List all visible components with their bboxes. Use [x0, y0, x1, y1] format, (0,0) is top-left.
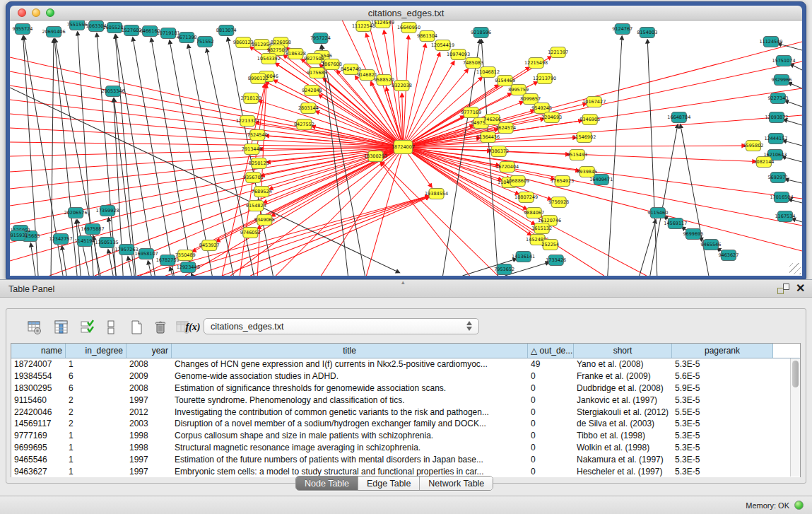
- graph-node[interactable]: 9154469: [495, 76, 515, 86]
- graph-node[interactable]: 9465546: [700, 240, 721, 250]
- graph-node[interactable]: 9227343: [767, 93, 788, 104]
- graph-node[interactable]: 14136141: [512, 252, 535, 262]
- column-header-5[interactable]: short: [574, 344, 672, 358]
- graph-node[interactable]: 18724007: [392, 141, 415, 154]
- graph-node[interactable]: 9115460: [647, 208, 668, 218]
- graph-node[interactable]: 9860123: [233, 37, 254, 48]
- graph-node[interactable]: 9329966: [771, 75, 792, 86]
- graph-node[interactable]: 7485083: [463, 58, 483, 69]
- splitter-grip-icon[interactable]: ▴: [401, 279, 405, 286]
- graph-node[interactable]: 2204693: [541, 112, 562, 123]
- column-chooser-icon[interactable]: [52, 318, 71, 337]
- graph-node[interactable]: 9242848: [302, 86, 322, 96]
- table-row[interactable]: 2242004622012Investigating the contribut…: [11, 406, 800, 418]
- column-header-4[interactable]: △ out_de...: [528, 344, 574, 358]
- table-row[interactable]: 911546021997Tourette syndrome. Phenomeno…: [11, 394, 800, 406]
- graph-node[interactable]: 16648784: [667, 112, 690, 123]
- graph-node[interactable]: 7913448: [242, 144, 262, 155]
- graph-node[interactable]: 4671398: [177, 33, 197, 43]
- graph-node[interactable]: 252254: [541, 240, 559, 250]
- graph-node[interactable]: 9154823: [246, 201, 266, 211]
- graph-node[interactable]: 2867608: [322, 59, 342, 70]
- graph-node[interactable]: 9175685: [307, 68, 327, 78]
- table-row[interactable]: 977716911998Corpus callosum shape and si…: [11, 430, 800, 442]
- table-row[interactable]: 1456911722003Disruption of a novel membe…: [11, 418, 800, 430]
- scrollbar-thumb[interactable]: [792, 361, 799, 387]
- graph-node[interactable]: 9355724: [13, 24, 33, 35]
- graph-node[interactable]: 1145194: [75, 236, 95, 247]
- graph-node[interactable]: 1167534: [775, 211, 795, 222]
- column-header-3[interactable]: title: [172, 344, 528, 358]
- column-header-2[interactable]: year: [126, 344, 172, 358]
- graph-node[interactable]: 7350489: [175, 250, 196, 261]
- graph-node[interactable]: 7953652: [494, 264, 514, 275]
- graph-node[interactable]: 20206576: [64, 208, 88, 218]
- graph-node[interactable]: 2803144: [298, 103, 319, 114]
- window-resize-grip[interactable]: [789, 263, 801, 274]
- graph-node[interactable]: 16720404: [495, 162, 519, 173]
- graph-node[interactable]: 8427552: [294, 119, 314, 130]
- table-row[interactable]: 1938455462009Genome-wide association stu…: [11, 370, 800, 382]
- graph-node[interactable]: 12923448: [177, 262, 200, 273]
- graph-node[interactable]: 746266: [483, 115, 501, 125]
- graph-node[interactable]: 12215498: [524, 58, 548, 69]
- graph-node[interactable]: 1595802: [743, 141, 763, 151]
- graph-node[interactable]: 7551556: [67, 21, 88, 30]
- graph-node[interactable]: 3915931: [10, 230, 28, 241]
- tab-edge-table[interactable]: Edge Table: [358, 477, 420, 490]
- table-row[interactable]: 1830029562008Estimation of significance …: [11, 382, 800, 395]
- graph-node[interactable]: 9884067: [524, 208, 544, 218]
- graph-node[interactable]: 12342757: [49, 234, 73, 245]
- graph-node[interactable]: 1733426: [546, 255, 566, 266]
- graph-node[interactable]: 16975887: [81, 224, 105, 235]
- new-table-icon[interactable]: [127, 318, 146, 337]
- table-row[interactable]: 946554611997Estimation of the future num…: [11, 453, 800, 465]
- graph-node[interactable]: 14569117: [664, 218, 687, 229]
- graph-node[interactable]: 20691406: [42, 27, 66, 37]
- graph-node[interactable]: 9515493: [567, 150, 587, 160]
- graph-node[interactable]: 17654923: [551, 176, 574, 187]
- column-header-1[interactable]: in_degree: [66, 344, 126, 358]
- graph-node[interactable]: 5692971: [767, 173, 788, 183]
- graph-node[interactable]: 9124767: [612, 24, 632, 35]
- graph-node[interactable]: 8990122: [248, 74, 269, 84]
- graph-node[interactable]: 8346905: [579, 115, 600, 125]
- graph-node[interactable]: 11124549: [759, 37, 782, 47]
- float-panel-icon[interactable]: [777, 284, 789, 294]
- row-height-icon[interactable]: [102, 318, 120, 337]
- graph-node[interactable]: 1221397: [548, 47, 568, 58]
- tab-network-table[interactable]: Network Table: [420, 477, 493, 490]
- table-vertical-scrollbar[interactable]: [790, 358, 800, 477]
- function-builder-icon[interactable]: f(x): [182, 318, 204, 337]
- graph-node[interactable]: 7524540: [247, 130, 268, 141]
- table-row[interactable]: 969969511998Structural magnetic resonanc…: [11, 442, 800, 454]
- graph-node[interactable]: 1615132: [531, 223, 552, 234]
- graph-node[interactable]: 20053346: [102, 86, 125, 97]
- graph-node[interactable]: 12444157: [764, 134, 787, 144]
- window-titlebar[interactable]: citations_edges.txt: [10, 6, 802, 21]
- graph-node[interactable]: 8250123: [249, 158, 269, 169]
- graph-node[interactable]: 9356705: [243, 173, 264, 183]
- graph-node[interactable]: 8322038: [392, 81, 412, 91]
- graph-node[interactable]: 9699695: [683, 229, 703, 240]
- graph-node[interactable]: 9861304: [417, 31, 437, 42]
- graph-node[interactable]: 8186328: [286, 49, 306, 59]
- close-panel-icon[interactable]: ✕: [796, 281, 805, 295]
- graph-node[interactable]: 9746052: [240, 228, 261, 238]
- graph-node[interactable]: 8154003: [637, 28, 657, 38]
- graph-node[interactable]: 11046812: [476, 67, 500, 78]
- column-header-6[interactable]: pagerank: [672, 344, 773, 358]
- graph-node[interactable]: 7957224: [310, 33, 331, 44]
- graph-node[interactable]: 8813074: [216, 25, 237, 36]
- graph-node[interactable]: 9777169: [461, 107, 481, 118]
- graph-node[interactable]: 12093872: [765, 112, 788, 123]
- graph-node[interactable]: 2718120: [241, 93, 261, 104]
- graph-node[interactable]: 8453927: [199, 240, 220, 251]
- graph-node[interactable]: 3624574: [495, 123, 516, 134]
- graph-node[interactable]: 12054419: [431, 40, 454, 51]
- table-row[interactable]: 1872400712008Changes of HCN gene express…: [11, 358, 800, 370]
- graph-node[interactable]: 10167427: [582, 97, 606, 107]
- graph-node[interactable]: 17016504: [770, 192, 793, 203]
- column-header-0[interactable]: name: [11, 344, 66, 358]
- graph-node[interactable]: 7689524: [252, 187, 272, 197]
